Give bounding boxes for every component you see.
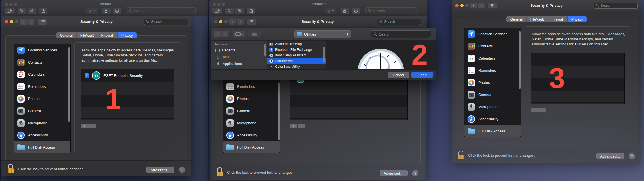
lock-icon[interactable] (217, 167, 224, 176)
zoom-out-button[interactable] (17, 7, 26, 14)
advanced-button[interactable]: Advanced… (596, 153, 624, 159)
microphone-icon (17, 119, 25, 127)
sidebar-item-photos[interactable]: Photos (14, 93, 70, 105)
share-button[interactable] (247, 7, 256, 14)
sidebar-item-calendars[interactable]: JUL17Calendars (14, 68, 70, 80)
sidebar-item-microphone[interactable]: Microphone (14, 117, 70, 129)
zoom-in-button[interactable] (27, 7, 36, 14)
sidebar-label: Calendars (28, 72, 45, 77)
checkbox-checked[interactable]: ✓ (85, 73, 89, 78)
help-button[interactable]: ? (629, 153, 635, 159)
add-app-button[interactable]: + (81, 124, 88, 128)
markup-pen-button[interactable] (324, 7, 337, 14)
rotate-icon (104, 8, 109, 13)
file-row-bluetooth-file-exchange[interactable]: Bluetooth File Exchange (267, 47, 326, 53)
open-button[interactable]: Open (411, 72, 433, 78)
sidebar-item-photos[interactable]: Photos (223, 93, 280, 105)
view-columns-button[interactable] (233, 31, 246, 38)
help-button[interactable]: ? (412, 170, 418, 176)
app-name: ESET Endpoint Security (103, 73, 143, 78)
rotate-button[interactable] (102, 7, 111, 14)
zoom-out-button[interactable] (225, 7, 234, 14)
desktop: Untitled Search Untitled 2 (0, 0, 644, 181)
add-app-button[interactable]: + (290, 124, 297, 128)
favorites-item-applications[interactable]: AApplications (211, 60, 267, 67)
sidebar-item-location-services[interactable]: Location Services (464, 28, 521, 40)
favorites-scrollbar[interactable] (264, 44, 266, 56)
share-button[interactable] (39, 7, 48, 14)
highlight-button[interactable] (351, 7, 360, 14)
remove-app-button[interactable]: − (298, 124, 305, 128)
sidebar-item-contacts[interactable]: Contacts (14, 56, 70, 68)
sidebar-item-camera[interactable]: Camera (223, 105, 280, 117)
sidebar-item-photos[interactable]: Photos (464, 77, 521, 89)
markup-pen-button[interactable] (85, 7, 98, 14)
tab-general[interactable]: General (56, 32, 76, 38)
tab-firewall[interactable]: Firewall (98, 32, 118, 38)
dialog-search-field[interactable]: Search (371, 30, 431, 38)
file-row-chronosync-selected[interactable]: ChronoSync (267, 58, 326, 64)
sidebar-item-reminders[interactable]: Reminders (223, 80, 280, 93)
tab-firewall[interactable]: Firewall (548, 16, 568, 22)
lock-icon[interactable] (458, 151, 465, 159)
tab-filevault[interactable]: FileVault (527, 16, 548, 22)
tab-general[interactable]: General (506, 16, 526, 22)
file-list-scrollbar[interactable] (323, 47, 325, 62)
search-field[interactable]: Search (144, 19, 188, 25)
sidebar-item-accessibility[interactable]: Accessibility (464, 113, 521, 125)
sidebar-item-location-services[interactable]: Location Services (14, 44, 70, 56)
search-field[interactable]: Search (377, 19, 421, 25)
search-field[interactable]: Search (594, 3, 638, 9)
add-app-button[interactable]: + (531, 108, 539, 112)
remove-app-button[interactable]: − (88, 124, 96, 128)
search-field[interactable]: Search (126, 7, 196, 14)
sidebar-item-camera[interactable]: Camera (464, 89, 521, 101)
rotate-button[interactable] (341, 7, 350, 14)
markup-pen-icon (327, 9, 331, 13)
location-popup[interactable]: Utilities (294, 30, 351, 38)
sidebar-scrollbar[interactable] (68, 47, 70, 122)
bluetooth-icon (269, 48, 273, 52)
zoom-in-button[interactable] (235, 7, 244, 14)
advanced-button[interactable]: Advanced… (146, 167, 174, 173)
location-services-icon (468, 30, 475, 38)
sidebar-toggle-button[interactable] (4, 7, 15, 14)
sidebar-item-full-disk-access[interactable]: Full Disk Access (223, 141, 280, 153)
highlight-button[interactable] (113, 7, 122, 14)
file-row-boot-camp-assistant[interactable]: Boot Camp Assistant (267, 53, 326, 58)
favorites-item-recents[interactable]: Recents (211, 47, 267, 54)
file-row-audio-midi-setup[interactable]: Audio MIDI Setup (267, 41, 326, 47)
sidebar-item-full-disk-access[interactable]: Full Disk Access (14, 141, 70, 153)
search-field[interactable]: Search (365, 7, 418, 14)
sidebar-item-microphone[interactable]: Microphone (464, 101, 521, 113)
sidebar-item-camera[interactable]: Camera (14, 105, 70, 117)
tab-privacy[interactable]: Privacy (118, 32, 137, 38)
file-name: ChronoSync (275, 59, 293, 63)
sidebar-scrollbar[interactable] (278, 82, 280, 140)
tab-filevault[interactable]: FileVault (77, 32, 98, 38)
sidebar-item-microphone[interactable]: Microphone (223, 117, 280, 129)
sidebar-item-accessibility[interactable]: Accessibility (14, 129, 70, 141)
sidebar-item-reminders[interactable]: Reminders (14, 80, 70, 93)
sidebar-label: Photos (478, 80, 490, 85)
sidebar-label: Microphone (28, 121, 47, 125)
sidebar-item-reminders[interactable]: Reminders (464, 64, 521, 77)
file-row-colorsync-utility[interactable]: ✕ColorSync Utility (267, 64, 326, 69)
favorites-item-paul[interactable]: ⌂paul (211, 54, 267, 60)
help-button[interactable]: ? (179, 167, 185, 173)
app-row-eset[interactable]: ✓ e ESET Endpoint Security (81, 69, 174, 82)
advanced-button[interactable]: Advanced… (380, 170, 408, 176)
sidebar-item-accessibility[interactable]: Accessibility (223, 129, 280, 141)
sidebar-toggle-button[interactable] (212, 7, 223, 14)
sidebar-item-calendars[interactable]: JUL17Calendars (464, 52, 521, 64)
remove-app-button[interactable]: − (539, 108, 546, 112)
tab-privacy[interactable]: Privacy (568, 16, 587, 22)
sidebar-item-full-disk-access[interactable]: Full Disk Access (464, 125, 521, 137)
cancel-button[interactable]: Cancel (388, 72, 409, 78)
lock-icon[interactable] (8, 164, 14, 173)
sidebar-scrollbar[interactable] (519, 31, 521, 89)
lock-text: Click the lock to prevent further change… (468, 153, 535, 158)
search-icon (129, 9, 132, 12)
empty-row (290, 107, 407, 120)
sidebar-item-contacts[interactable]: Contacts (464, 40, 521, 52)
